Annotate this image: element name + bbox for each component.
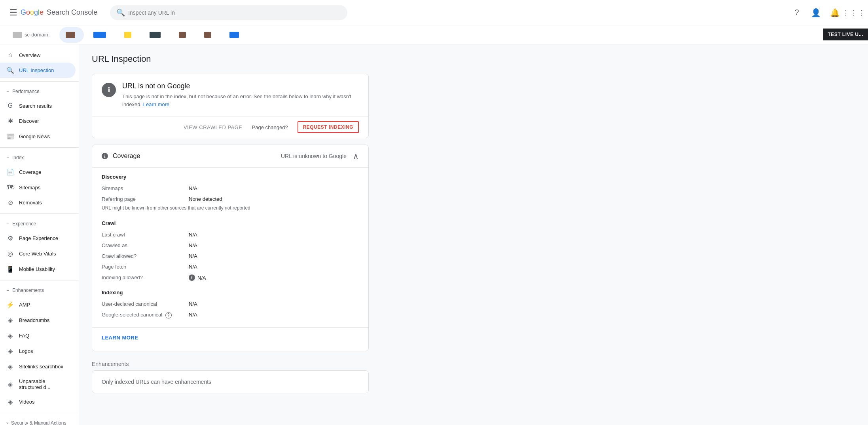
tab-color-4 (150, 32, 161, 38)
coverage-learn-more-button[interactable]: LEARN MORE (102, 331, 138, 345)
notifications-button[interactable]: 🔔 (827, 5, 843, 21)
tab-6[interactable] (198, 27, 220, 43)
referring-page-label: Referring page (102, 196, 189, 202)
google-logo: Google (21, 8, 44, 17)
tab-color-7 (229, 32, 239, 38)
sidebar-item-logos[interactable]: ◈ Logos (0, 343, 76, 359)
sidebar-label-search-results: Search results (19, 103, 52, 109)
indexing-info-icon[interactable]: ℹ (189, 274, 195, 281)
sidebar-label-url-inspection: URL Inspection (19, 67, 54, 73)
referring-page-note: URL might be known from other sources th… (102, 204, 359, 214)
sidebar-item-sitemaps[interactable]: 🗺 Sitemaps (0, 180, 76, 195)
sidebar-section-security[interactable]: › Security & Manual Actions (0, 416, 79, 425)
coverage-status: URL is unknown to Google (281, 153, 347, 159)
sidebar-label-page-experience: Page Experience (19, 235, 58, 241)
sidebar-item-mobile-usability[interactable]: 📱 Mobile Usability (0, 261, 76, 277)
tab-7[interactable] (223, 27, 248, 43)
last-crawl-label: Last crawl (102, 232, 189, 238)
sidebar-label-faq: FAQ (19, 333, 29, 339)
hamburger-menu[interactable]: ☰ (6, 4, 21, 21)
sidebar-label-breadcrumbs: Breadcrumbs (19, 317, 49, 323)
last-crawl-row: Last crawl N/A (102, 229, 359, 240)
indexing-allowed-row: Indexing allowed? ℹ N/A (102, 272, 359, 283)
google-canonical-value: N/A (189, 312, 197, 318)
sidebar-item-url-inspection[interactable]: 🔍 URL Inspection (0, 63, 76, 78)
learn-more-link[interactable]: Learn more (143, 101, 169, 107)
sidebar-item-overview[interactable]: ⌂ Overview (0, 48, 76, 63)
sidebar-label-videos: Videos (19, 399, 35, 405)
tab-label-0: sc-domain: (25, 32, 50, 38)
test-live-button[interactable]: TEST LIVE U... (823, 29, 868, 40)
sidebar-label-sitemaps: Sitemaps (19, 185, 40, 191)
cwv-icon: ◎ (6, 250, 14, 257)
sidebar-item-amp[interactable]: ⚡ AMP (0, 297, 76, 313)
coverage-info-icon[interactable]: ℹ (102, 153, 108, 159)
status-text: URL is not on Google This page is not in… (122, 82, 359, 108)
sidebar-item-google-news[interactable]: 📰 Google News (0, 129, 76, 144)
search-icon: 🔍 (6, 67, 14, 74)
chevron-up-icon[interactable]: ∧ (353, 151, 359, 161)
request-indexing-button[interactable]: REQUEST INDEXING (298, 121, 359, 133)
tab-5[interactable] (172, 27, 195, 43)
app-name: Search Console (47, 8, 97, 17)
apps-button[interactable]: ⋮⋮⋮ (846, 5, 862, 21)
search-icon: 🔍 (116, 8, 125, 17)
sidebar-item-search-results[interactable]: G Search results (0, 98, 76, 113)
help-button[interactable]: ? (789, 5, 805, 21)
sidebar-label-discover: Discover (19, 118, 39, 124)
discover-icon: ✱ (6, 117, 14, 125)
sidebar-item-sitelinks-searchbox[interactable]: ◈ Sitelinks searchbox (0, 359, 76, 374)
divider-4 (0, 280, 79, 280)
divider-2 (0, 147, 79, 148)
tabs-row: sc-domain: (0, 25, 868, 44)
account-circle-button[interactable]: 👤 (808, 5, 824, 21)
tab-color-1 (66, 32, 75, 38)
status-icon: ℹ (102, 83, 116, 97)
sidebar-item-discover[interactable]: ✱ Discover (0, 113, 76, 129)
page-fetch-row: Page fetch N/A (102, 261, 359, 272)
videos-icon: ◈ (6, 398, 14, 406)
tab-2[interactable] (87, 27, 115, 43)
collapse-icon-enh: − (6, 288, 9, 293)
search-input[interactable] (128, 10, 341, 16)
coverage-card: ℹ Coverage URL is unknown to Google ∧ Di… (92, 145, 369, 351)
breadcrumbs-icon: ◈ (6, 316, 14, 324)
referring-page-value: None detected (189, 196, 222, 202)
view-crawled-button[interactable]: VIEW CRAWLED PAGE (184, 124, 243, 130)
sidebar-section-experience[interactable]: − Experience (0, 217, 79, 231)
tab-0[interactable]: sc-domain: (6, 27, 56, 43)
tab-color-0 (13, 32, 22, 38)
sidebar-item-page-experience[interactable]: ⚙ Page Experience (0, 231, 76, 246)
sidebar-item-unparsable[interactable]: ◈ Unparsable structured d... (0, 374, 76, 394)
status-card: ℹ URL is not on Google This page is not … (92, 74, 369, 138)
sidebar-item-breadcrumbs[interactable]: ◈ Breadcrumbs (0, 313, 76, 328)
status-description: This page is not in the index, but not b… (122, 93, 359, 108)
removals-icon: ⊘ (6, 199, 14, 206)
sidebar-item-videos[interactable]: ◈ Videos (0, 394, 76, 410)
sidebar-section-index[interactable]: − Index (0, 151, 79, 164)
sitemaps-icon: 🗺 (6, 184, 14, 191)
sidebar-item-coverage[interactable]: 📄 Coverage (0, 164, 76, 180)
sidebar-label-removals: Removals (19, 200, 42, 206)
tab-4[interactable] (143, 27, 169, 43)
sidebar-item-faq[interactable]: ◈ FAQ (0, 328, 76, 343)
status-header: ℹ URL is not on Google This page is not … (92, 74, 368, 116)
crawl-allowed-row: Crawl allowed? N/A (102, 251, 359, 261)
crawl-section-title: Crawl (102, 220, 359, 226)
tab-1[interactable] (59, 27, 84, 43)
enhancements-card: Only indexed URLs can have enhancements (92, 370, 369, 393)
collapse-icon-index: − (6, 155, 9, 160)
page-title: URL Inspection (92, 54, 855, 64)
google-canonical-help-icon[interactable]: ? (165, 312, 172, 318)
sidebar-label-mobile-usability: Mobile Usability (19, 266, 55, 272)
chart-icon: G (6, 102, 14, 109)
mobile-icon: 📱 (6, 265, 14, 273)
sidebar-section-performance[interactable]: − Performance (0, 85, 79, 98)
tab-3[interactable] (118, 27, 140, 43)
referring-page-row: Referring page None detected (102, 194, 359, 204)
sidebar-item-removals[interactable]: ⊘ Removals (0, 195, 76, 210)
crawled-as-row: Crawled as N/A (102, 240, 359, 251)
status-actions: VIEW CRAWLED PAGE Page changed? REQUEST … (92, 116, 368, 138)
sidebar-section-enhancements[interactable]: − Enhancements (0, 284, 79, 297)
sidebar-item-core-web-vitals[interactable]: ◎ Core Web Vitals (0, 246, 76, 261)
